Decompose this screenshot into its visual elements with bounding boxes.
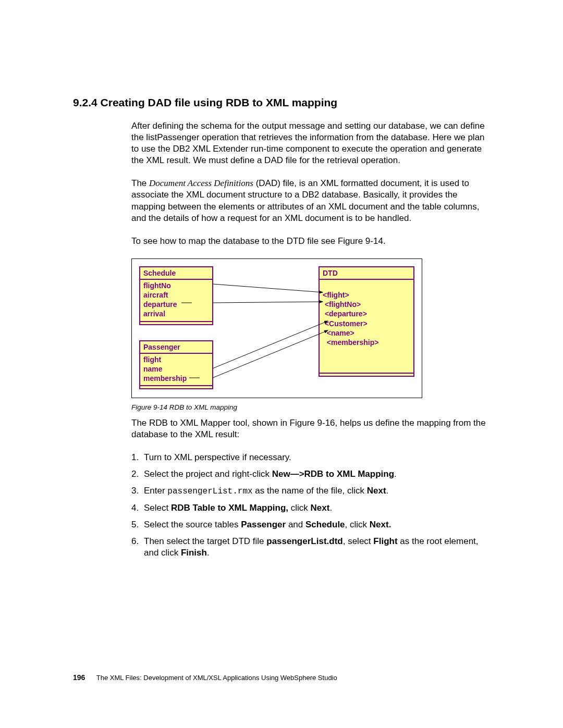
figure-caption: Figure 9-14 RDB to XML mapping	[131, 403, 490, 411]
step-mono: passengerList.rmx	[167, 487, 252, 496]
schedule-row: flightNo	[143, 281, 209, 290]
list-item: Select the source tables Passenger and S…	[131, 519, 490, 530]
step-text: Select	[144, 503, 171, 513]
step-bold: Passenger	[241, 520, 286, 529]
step-text: .	[394, 469, 397, 479]
step-text: .	[386, 486, 389, 496]
page-footer: 196 The XML Files: Development of XML/XS…	[73, 673, 337, 682]
step-text: , select	[343, 536, 374, 546]
list-item: Enter passengerList.rmx as the name of t…	[131, 485, 490, 497]
step-text: Select the source tables	[144, 520, 241, 529]
schedule-row: aircraft	[143, 290, 209, 300]
step-text: click	[291, 503, 311, 513]
svg-line-2	[213, 321, 328, 368]
list-item: Then select the target DTD file passenge…	[131, 536, 490, 559]
svg-line-3	[213, 330, 328, 378]
book-title: The XML Files: Development of XML/XSL Ap…	[96, 674, 337, 682]
step-text: Select the project and right-click	[144, 469, 272, 479]
step-bold: RDB Table to XML Mapping,	[171, 503, 291, 513]
paragraph-3: To see how to map the database to the DT…	[131, 236, 490, 247]
step-bold: Next	[311, 503, 330, 513]
page-number: 196	[73, 673, 85, 682]
figure-9-14: Schedule flightNo aircraft departure arr…	[131, 258, 490, 411]
step-text: Turn to XML perspective if necessary.	[144, 452, 291, 462]
section-heading: 9.2.4 Creating DAD file using RDB to XML…	[73, 96, 490, 109]
svg-line-0	[213, 284, 323, 292]
step-bold: Next	[367, 486, 386, 496]
passenger-row: name	[143, 364, 209, 374]
step-bold: Flight	[373, 536, 397, 546]
step-text: .	[207, 548, 210, 558]
step-bold: passengerList.dtd	[266, 536, 342, 546]
step-text: Enter	[144, 486, 167, 496]
passenger-row: membership	[143, 374, 209, 383]
step-bold: New—>RDB to XML Mapping	[272, 469, 394, 479]
dtd-title: DTD	[320, 267, 413, 280]
step-text: as the name of the file, click	[253, 486, 367, 496]
paragraph-2: The Document Access Definitions (DAD) fi…	[131, 178, 490, 224]
step-bold: Finish	[181, 548, 207, 558]
passenger-title: Passenger	[140, 341, 212, 354]
dtd-row: <membership>	[323, 338, 410, 347]
schedule-row: departure	[143, 300, 209, 309]
list-item: Select the project and right-click New—>…	[131, 468, 490, 480]
dtd-row: <flight>	[323, 290, 410, 300]
dtd-box: DTD <flight> <flightNo> <departure> <Cus…	[319, 266, 414, 377]
list-item: Turn to XML perspective if necessary.	[131, 452, 490, 463]
schedule-title: Schedule	[140, 267, 212, 280]
list-item: Select RDB Table to XML Mapping, click N…	[131, 502, 490, 514]
step-text: .	[329, 503, 332, 513]
step-text: Then select the target DTD file	[144, 536, 266, 546]
para2-italic: Document Access Definitions	[149, 178, 253, 188]
step-bold: Schedule	[305, 520, 345, 529]
steps-list: Turn to XML perspective if necessary. Se…	[131, 452, 490, 559]
dtd-row: <name>	[323, 328, 410, 338]
step-text: and	[286, 520, 305, 529]
paragraph-4: The RDB to XML Mapper tool, shown in Fig…	[131, 417, 490, 440]
step-bold: Next.	[370, 520, 391, 529]
svg-line-1	[213, 302, 323, 303]
passenger-table-box: Passenger flight name membership	[139, 340, 213, 390]
dtd-row: <Customer>	[323, 319, 410, 328]
passenger-row: flight	[143, 355, 209, 364]
step-text: , click	[345, 520, 370, 529]
dtd-row: <flightNo>	[323, 300, 410, 309]
schedule-table-box: Schedule flightNo aircraft departure arr…	[139, 266, 213, 325]
paragraph-1: After defining the schema for the output…	[131, 120, 490, 166]
para2-pre: The	[131, 178, 149, 188]
dtd-row: <departure>	[323, 309, 410, 318]
schedule-row: arrival	[143, 309, 209, 318]
